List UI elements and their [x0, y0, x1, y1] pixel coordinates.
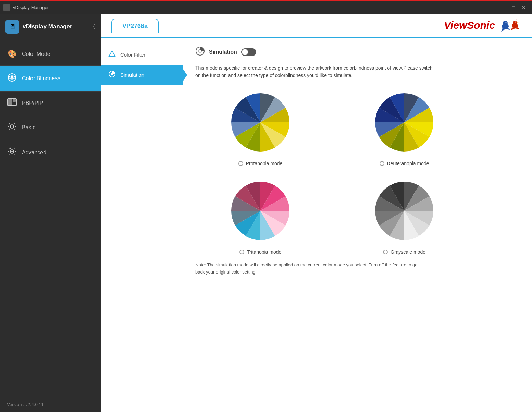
svg-rect-3	[8, 99, 12, 105]
sub-sidebar: Color Filter Simulation	[101, 38, 183, 412]
maximize-button[interactable]: □	[509, 4, 518, 11]
protanopia-wheel[interactable]	[226, 88, 295, 157]
logo-text: vDisplay Manager	[23, 23, 72, 30]
sidebar-item-color-mode[interactable]: 🎨 Color Mode	[0, 43, 101, 66]
sidebar: 🖥 vDisplay Manager 〈 🎨 Color Mode	[0, 14, 101, 412]
color-wheels-grid: Protanopia mode	[195, 88, 469, 255]
tritanopia-label: Tritanopia mode	[239, 249, 282, 255]
grayscale-label: Grayscale mode	[383, 249, 425, 255]
sidebar-item-advanced[interactable]: Advanced	[0, 140, 101, 165]
simulation-toggle-row: Simulation	[195, 46, 520, 58]
sidebar-item-basic[interactable]: Basic	[0, 115, 101, 140]
wheel-protanopia: Protanopia mode	[195, 88, 325, 166]
titlebar-title: vDisplay Manager	[13, 5, 49, 10]
basic-icon	[7, 122, 17, 133]
app-icon	[3, 4, 10, 11]
simulation-note: Note: The simulation mode will directly …	[195, 262, 428, 276]
close-button[interactable]: ✕	[519, 4, 529, 11]
titlebar: vDisplay Manager — □ ✕	[0, 0, 532, 14]
wheel-grayscale: Grayscale mode	[339, 177, 469, 255]
tritanopia-wheel[interactable]	[226, 177, 295, 245]
svg-marker-10	[508, 22, 510, 24]
deuteranopia-label-text: Deuteranopia mode	[387, 161, 429, 166]
sidebar-item-color-mode-label: Color Mode	[22, 51, 50, 57]
simulation-toggle-label: Simulation	[209, 49, 237, 55]
simulation-panel-icon	[195, 46, 205, 58]
svg-point-16	[513, 21, 517, 25]
window-controls: — □ ✕	[498, 4, 529, 11]
svg-point-7	[11, 151, 13, 152]
svg-point-12	[506, 22, 506, 22]
protanopia-label-text: Protanopia mode	[246, 161, 283, 166]
sidebar-item-color-blindness-label: Color Blindness	[22, 75, 60, 82]
grayscale-wheel[interactable]	[370, 177, 438, 245]
wheel-tritanopia: Tritanopia mode	[195, 177, 325, 255]
version-text: Version : v2.4.0.11	[0, 397, 101, 412]
deuteranopia-radio[interactable]	[380, 161, 384, 166]
sidebar-header: 🖥 vDisplay Manager 〈	[0, 14, 101, 40]
svg-point-19	[516, 22, 516, 22]
deuteranopia-wheel[interactable]	[370, 88, 438, 157]
logo-icon: 🖥	[5, 20, 19, 34]
minimize-button[interactable]: —	[498, 4, 508, 11]
sidebar-item-color-blindness[interactable]: Color Blindness	[0, 66, 101, 92]
logo-bold: vDisplay	[23, 23, 47, 30]
wheel-deuteranopia: Deuteranopia mode	[339, 88, 469, 166]
brand-birds	[498, 16, 522, 35]
sub-nav-simulation[interactable]: Simulation	[101, 65, 183, 85]
top-bar: VP2768a ViewSonic	[101, 14, 532, 38]
color-mode-icon: 🎨	[7, 50, 17, 59]
logo-rest: Manager	[48, 23, 72, 30]
simulation-icon	[108, 70, 116, 80]
protanopia-label: Protanopia mode	[238, 161, 283, 166]
sidebar-logo: 🖥 vDisplay Manager	[5, 20, 72, 34]
svg-marker-17	[517, 22, 519, 23]
grayscale-label-text: Grayscale mode	[391, 249, 425, 255]
svg-point-5	[10, 125, 14, 128]
sidebar-item-basic-label: Basic	[22, 124, 35, 131]
protanopia-radio[interactable]	[238, 161, 243, 166]
sidebar-item-pbp-pip[interactable]: PBP/PIP	[0, 92, 101, 115]
tritanopia-radio[interactable]	[239, 250, 244, 254]
pbp-pip-icon	[7, 98, 17, 108]
titlebar-left: vDisplay Manager	[3, 4, 49, 11]
color-blindness-icon	[7, 73, 17, 84]
sidebar-item-pbp-pip-label: PBP/PIP	[22, 100, 43, 106]
advanced-icon	[7, 147, 17, 158]
brand-text: ViewSonic	[444, 20, 495, 31]
svg-rect-4	[13, 99, 16, 102]
tritanopia-label-text: Tritanopia mode	[247, 249, 282, 255]
sub-nav-color-filter[interactable]: Color Filter	[101, 45, 183, 65]
deuteranopia-label: Deuteranopia mode	[380, 161, 429, 166]
sidebar-item-advanced-label: Advanced	[22, 149, 46, 156]
main-layout: 🖥 vDisplay Manager 〈 🎨 Color Mode	[0, 14, 532, 412]
color-filter-icon	[108, 50, 116, 59]
svg-point-9	[503, 21, 508, 25]
inner-content: Color Filter Simulation	[101, 38, 532, 412]
simulation-description: This mode is specific for creator & desi…	[195, 64, 435, 80]
app-title-text: vDisplay Manager	[13, 5, 49, 10]
svg-point-26	[199, 50, 201, 52]
sub-nav-color-filter-label: Color Filter	[120, 52, 145, 58]
grayscale-radio[interactable]	[383, 250, 388, 254]
main-panel: Simulation This mode is specific for cre…	[183, 38, 532, 412]
sub-nav-simulation-label: Simulation	[120, 72, 144, 78]
nav-items: 🎨 Color Mode Color Blindness	[0, 40, 101, 397]
tab-vp2768a[interactable]: VP2768a	[111, 19, 159, 33]
content-area: VP2768a ViewSonic	[101, 14, 532, 412]
sidebar-collapse-button[interactable]: 〈	[89, 23, 96, 31]
svg-point-1	[11, 76, 13, 79]
simulation-toggle[interactable]	[241, 48, 256, 56]
svg-point-24	[111, 73, 113, 75]
brand: ViewSonic	[444, 16, 522, 35]
